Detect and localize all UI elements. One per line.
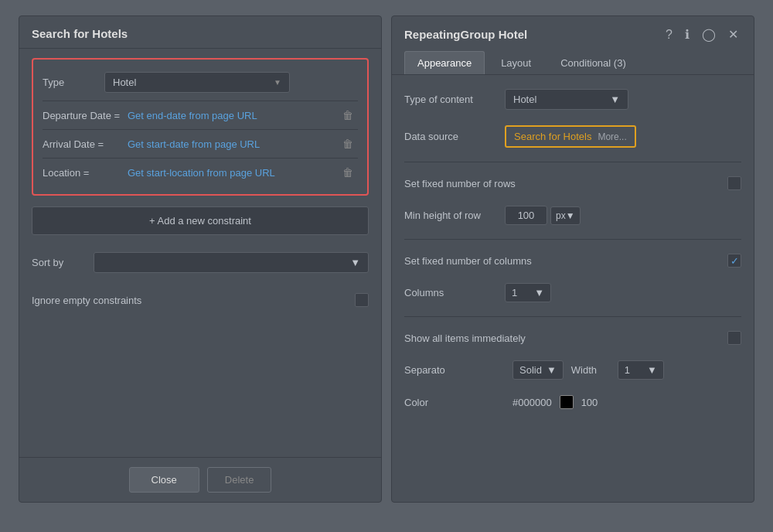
type-of-content-label: Type of content xyxy=(404,94,505,105)
show-all-checkbox[interactable] xyxy=(727,331,741,345)
delete-constraint-1-icon[interactable]: 🗑 xyxy=(338,136,358,152)
panel-footer: Close Delete xyxy=(19,457,381,502)
width-select[interactable]: 1 ▼ xyxy=(618,360,664,380)
help-icon[interactable]: ? xyxy=(662,26,676,43)
columns-value: 1 xyxy=(512,287,517,298)
right-panel-icons: ? ℹ ◯ ✕ xyxy=(662,26,741,43)
set-fixed-rows-checkbox[interactable] xyxy=(727,176,741,190)
divider-3 xyxy=(404,316,741,317)
info-icon[interactable]: ℹ xyxy=(682,26,693,43)
divider-1 xyxy=(404,162,741,162)
type-value: Hotel xyxy=(113,77,136,88)
type-row: Type Hotel ▼ xyxy=(43,67,358,101)
type-of-content-row: Type of content Hotel ▼ xyxy=(404,86,741,113)
right-panel-title: RepeatingGroup Hotel xyxy=(404,28,527,41)
tab-layout[interactable]: Layout xyxy=(488,51,544,74)
unit-chevron-icon: ▼ xyxy=(566,210,575,221)
constraint-value-1[interactable]: Get start-date from page URL xyxy=(128,138,338,150)
set-fixed-rows-row: Set fixed number of rows xyxy=(404,173,741,193)
data-source-select[interactable]: Search for Hotels More... xyxy=(505,125,636,148)
set-fixed-rows-label: Set fixed number of rows xyxy=(404,178,516,189)
constraint-box: Type Hotel ▼ Departure Date = Get end-da… xyxy=(32,58,369,196)
sort-label: Sort by xyxy=(32,257,94,268)
color-label: Color xyxy=(404,397,505,408)
divider-2 xyxy=(404,239,741,240)
columns-label: Columns xyxy=(404,287,505,298)
type-of-content-chevron-icon: ▼ xyxy=(610,94,620,105)
ignore-row: Ignore empty constraints xyxy=(32,287,369,313)
separator-label: Separato xyxy=(404,364,505,376)
constraint-value-0[interactable]: Get end-date from page URL xyxy=(128,110,338,121)
min-height-label: Min height of row xyxy=(404,210,505,221)
type-of-content-value: Hotel xyxy=(513,94,536,105)
min-height-unit: px xyxy=(556,210,566,221)
delete-constraint-2-icon[interactable]: 🗑 xyxy=(338,165,358,180)
constraint-value-2[interactable]: Get start-location from page URL xyxy=(128,167,338,179)
width-chevron-icon: ▼ xyxy=(647,364,657,376)
separator-select[interactable]: Solid ▼ xyxy=(512,360,564,380)
columns-row: Columns 1 ▼ xyxy=(404,280,741,305)
min-height-input[interactable] xyxy=(505,206,547,225)
separator-chevron-icon: ▼ xyxy=(547,364,557,376)
set-fixed-cols-checkbox[interactable]: ✓ xyxy=(727,254,741,268)
min-height-unit-select[interactable]: px ▼ xyxy=(550,206,581,225)
width-value: 1 xyxy=(625,364,630,376)
add-constraint-button[interactable]: + Add a new constraint xyxy=(32,206,369,235)
constraint-row-2: Location = Get start-location from page … xyxy=(43,158,358,186)
set-fixed-cols-row: Set fixed number of columns ✓ xyxy=(404,251,741,271)
data-source-value: Search for Hotels xyxy=(514,131,591,142)
close-icon[interactable]: ✕ xyxy=(725,26,741,43)
color-row: Color #000000 100 xyxy=(404,392,741,412)
left-panel-content: Type Hotel ▼ Departure Date = Get end-da… xyxy=(19,49,381,457)
delete-constraint-0-icon[interactable]: 🗑 xyxy=(338,107,358,123)
type-chevron-icon: ▼ xyxy=(274,78,281,87)
tab-conditional[interactable]: Conditional (3) xyxy=(547,51,639,74)
comment-icon[interactable]: ◯ xyxy=(699,26,719,43)
data-source-row: Data source Search for Hotels More... xyxy=(404,122,741,151)
sort-row: Sort by ▼ xyxy=(32,246,369,279)
data-source-more[interactable]: More... xyxy=(598,131,626,142)
tab-appearance[interactable]: Appearance xyxy=(404,51,485,74)
columns-chevron-icon: ▼ xyxy=(534,287,544,298)
delete-button[interactable]: Delete xyxy=(207,467,272,493)
separator-row: Separato Solid ▼ Width 1 ▼ xyxy=(404,357,741,383)
ignore-label: Ignore empty constraints xyxy=(32,295,141,306)
constraint-label-1: Arrival Date = xyxy=(43,138,128,150)
color-opacity: 100 xyxy=(581,397,598,408)
constraint-row-1: Arrival Date = Get start-date from page … xyxy=(43,129,358,158)
set-fixed-cols-label: Set fixed number of columns xyxy=(404,255,532,267)
type-of-content-select[interactable]: Hotel ▼ xyxy=(505,89,628,110)
width-label: Width xyxy=(571,364,610,376)
show-all-row: Show all items immediately xyxy=(404,328,741,348)
ignore-checkbox[interactable] xyxy=(355,293,369,307)
type-label: Type xyxy=(43,77,104,88)
tabs-row: Appearance Layout Conditional (3) xyxy=(392,43,754,75)
right-panel-content: Type of content Hotel ▼ Data source Sear… xyxy=(392,75,754,423)
color-hex: #000000 xyxy=(512,397,552,408)
sort-select[interactable]: ▼ xyxy=(94,252,369,273)
constraint-row-0: Departure Date = Get end-date from page … xyxy=(43,101,358,129)
close-button[interactable]: Close xyxy=(129,467,199,493)
columns-select[interactable]: 1 ▼ xyxy=(505,283,551,302)
separator-value: Solid xyxy=(519,364,542,376)
type-select[interactable]: Hotel ▼ xyxy=(104,72,290,93)
sort-chevron-icon: ▼ xyxy=(350,257,360,268)
constraint-label-2: Location = xyxy=(43,167,128,179)
show-all-label: Show all items immediately xyxy=(404,332,526,344)
constraint-label-0: Departure Date = xyxy=(43,110,128,121)
color-swatch[interactable] xyxy=(560,395,574,409)
repeating-group-panel: RepeatingGroup Hotel ? ℹ ◯ ✕ Appearance … xyxy=(391,15,754,503)
left-panel-title: Search for Hotels xyxy=(19,16,381,49)
right-panel-header: RepeatingGroup Hotel ? ℹ ◯ ✕ xyxy=(392,16,754,43)
data-source-label: Data source xyxy=(404,131,505,142)
min-height-row: Min height of row px ▼ xyxy=(404,203,741,228)
search-for-hotels-panel: Search for Hotels Type Hotel ▼ Departure… xyxy=(19,15,382,503)
